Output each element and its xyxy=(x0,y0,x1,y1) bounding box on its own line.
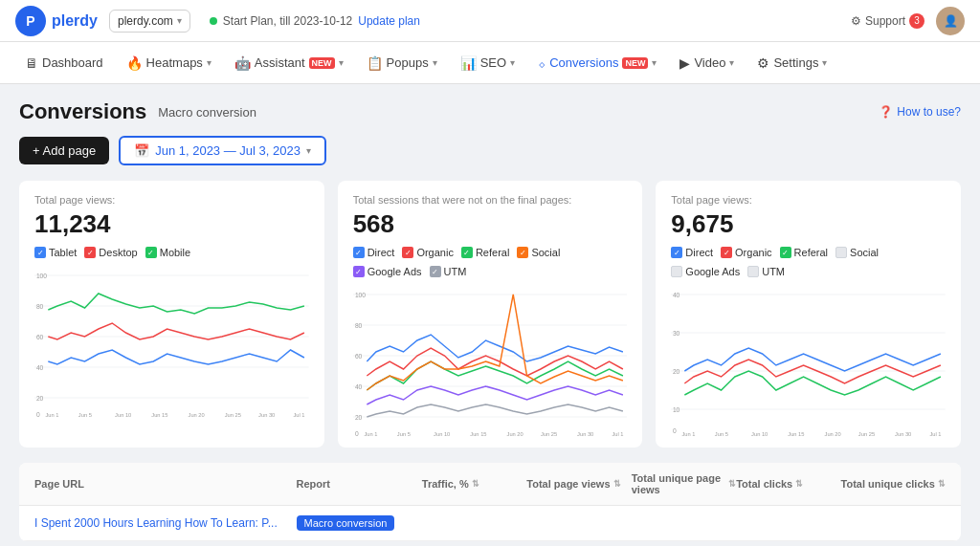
settings-icon: ⚙ xyxy=(757,55,769,71)
legend-desktop[interactable]: ✓ Desktop xyxy=(84,247,137,258)
svg-text:Jun 10: Jun 10 xyxy=(751,431,768,437)
sidebar-item-dashboard[interactable]: 🖥 Dashboard xyxy=(15,50,113,76)
svg-text:Jun 20: Jun 20 xyxy=(189,412,206,418)
col-header-total-views[interactable]: Total page views ⇅ xyxy=(526,472,631,495)
date-range-label: Jun 1, 2023 — Jul 3, 2023 xyxy=(155,143,301,158)
card-sessions: Total sessions that were not on the fina… xyxy=(338,181,643,448)
svg-text:Jul 1: Jul 1 xyxy=(930,431,942,437)
legend-social[interactable]: Social xyxy=(835,247,879,258)
how-to-use-link[interactable]: ❓ How to use? xyxy=(879,105,961,119)
heatmaps-icon: 🔥 xyxy=(126,55,143,71)
domain-selector[interactable]: plerdy.com ▾ xyxy=(109,10,190,33)
col-header-total-clicks[interactable]: Total clicks ⇅ xyxy=(736,472,840,495)
table-row: I Spent 2000 Hours Learning How To Learn… xyxy=(19,506,961,541)
col-header-url: Page URL xyxy=(34,472,297,495)
svg-text:40: 40 xyxy=(355,383,363,390)
svg-text:100: 100 xyxy=(36,273,47,279)
svg-text:Jun 15: Jun 15 xyxy=(470,431,487,437)
date-range-button[interactable]: 📅 Jun 1, 2023 — Jul 3, 2023 ▾ xyxy=(119,136,326,165)
sidebar-item-assistant[interactable]: 🤖 Assistant NEW ▾ xyxy=(225,50,353,76)
legend-utm[interactable]: UTM xyxy=(747,266,785,277)
svg-text:Jul 1: Jul 1 xyxy=(293,412,304,418)
col-header-report: Report xyxy=(297,472,422,495)
svg-text:80: 80 xyxy=(36,303,44,310)
chart-2: 100 80 60 40 20 0 xyxy=(353,285,628,438)
legend-social[interactable]: ✓ Social xyxy=(517,247,560,258)
card-total-pageviews: Total page views: 11,234 ✓ Tablet ✓ Desk… xyxy=(19,181,324,448)
plan-dot-icon xyxy=(210,17,217,25)
update-plan-link[interactable]: Update plan xyxy=(358,14,420,28)
sidebar-item-seo[interactable]: 📊 SEO ▾ xyxy=(451,50,524,76)
checkbox-icon xyxy=(671,266,682,277)
breadcrumb: Macro conversion xyxy=(158,105,256,120)
report-chip[interactable]: Macro conversion xyxy=(297,515,395,531)
svg-text:0: 0 xyxy=(355,430,359,437)
nav-label: Heatmaps xyxy=(146,55,203,70)
nav-label: SEO xyxy=(480,55,506,70)
checkbox-icon: ✓ xyxy=(461,247,473,258)
legend-google-ads[interactable]: Google Ads xyxy=(671,266,740,277)
card-value: 568 xyxy=(353,209,628,239)
popups-icon: 📋 xyxy=(367,55,383,71)
legend-referal[interactable]: ✓ Referal xyxy=(461,247,509,258)
checkbox-icon: ✓ xyxy=(353,247,365,258)
card-total-pageviews-2: Total page views: 9,675 ✓ Direct ✓ Organ… xyxy=(656,181,961,448)
question-icon: ❓ xyxy=(879,105,893,119)
legend-referal[interactable]: ✓ Referal xyxy=(780,247,828,258)
chevron-down-icon: ▾ xyxy=(652,57,657,68)
checkbox-icon: ✓ xyxy=(34,247,46,258)
legend-utm[interactable]: ✓ UTM xyxy=(430,266,467,277)
legend-direct[interactable]: ✓ Direct xyxy=(353,247,395,258)
card-value: 9,675 xyxy=(671,209,946,239)
chevron-down-icon: ▾ xyxy=(729,57,734,68)
sidebar-item-popups[interactable]: 📋 Popups ▾ xyxy=(357,50,447,76)
svg-text:Jun 5: Jun 5 xyxy=(715,431,729,437)
add-page-button[interactable]: + Add page xyxy=(19,137,109,164)
sidebar-item-heatmaps[interactable]: 🔥 Heatmaps ▾ xyxy=(117,50,221,76)
svg-text:Jun 10: Jun 10 xyxy=(115,412,132,418)
col-header-unique-clicks[interactable]: Total unique clicks ⇅ xyxy=(841,472,946,495)
svg-text:Jun 1: Jun 1 xyxy=(364,431,377,437)
topbar: P plerdy plerdy.com ▾ Start Plan, till 2… xyxy=(0,0,980,42)
svg-text:40: 40 xyxy=(673,292,680,298)
legend-direct[interactable]: ✓ Direct xyxy=(671,247,713,258)
col-header-unique-views[interactable]: Total unique page views ⇅ xyxy=(632,472,736,495)
page-title-group: Conversions Macro conversion xyxy=(19,99,256,124)
chevron-down-icon: ▾ xyxy=(177,15,182,26)
col-header-traffic[interactable]: Traffic, % ⇅ xyxy=(422,472,526,495)
logo[interactable]: P plerdy xyxy=(15,6,98,36)
page-url-link[interactable]: I Spent 2000 Hours Learning How To Learn… xyxy=(34,516,278,530)
chart-1: 100 80 60 40 20 0 Jun 1 Jun 5 Jun 10 xyxy=(34,266,309,419)
card-legend: ✓ Tablet ✓ Desktop ✓ Mobile xyxy=(34,247,309,258)
sidebar-item-conversions[interactable]: ⬦ Conversions NEW ▾ xyxy=(528,50,666,76)
legend-organic[interactable]: ✓ Organic xyxy=(721,247,772,258)
support-label: Support xyxy=(865,14,905,28)
nav-label: Popups xyxy=(387,55,429,70)
nav-label: Assistant xyxy=(255,55,305,70)
legend-mobile[interactable]: ✓ Mobile xyxy=(145,247,190,258)
legend-organic[interactable]: ✓ Organic xyxy=(402,247,454,258)
checkbox-icon: ✓ xyxy=(721,247,732,258)
svg-text:Jun 1: Jun 1 xyxy=(45,412,58,418)
svg-text:Jun 20: Jun 20 xyxy=(506,431,523,437)
sidebar-item-settings[interactable]: ⚙ Settings ▾ xyxy=(747,50,836,76)
svg-text:40: 40 xyxy=(36,364,44,371)
svg-text:10: 10 xyxy=(673,406,680,413)
legend-google-ads[interactable]: ✓ Google Ads xyxy=(353,266,422,277)
sidebar-item-video[interactable]: ▶ Video ▾ xyxy=(670,50,744,76)
support-button[interactable]: ⚙ Support 3 xyxy=(851,13,924,29)
legend-tablet[interactable]: ✓ Tablet xyxy=(34,247,77,258)
svg-text:Jun 20: Jun 20 xyxy=(825,431,842,437)
cell-url[interactable]: I Spent 2000 Hours Learning How To Learn… xyxy=(34,516,297,530)
avatar[interactable]: 👤 xyxy=(936,7,965,35)
nav-label: Video xyxy=(694,55,725,70)
svg-text:Jun 10: Jun 10 xyxy=(434,431,451,437)
svg-text:Jun 5: Jun 5 xyxy=(397,431,412,437)
nav-label: Dashboard xyxy=(42,55,103,70)
svg-text:60: 60 xyxy=(355,353,363,360)
nav-label: Settings xyxy=(773,55,818,70)
svg-text:20: 20 xyxy=(36,395,44,402)
chevron-down-icon: ▾ xyxy=(510,57,515,68)
card-legend: ✓ Direct ✓ Organic ✓ Referal Social xyxy=(671,247,946,277)
chevron-down-icon: ▾ xyxy=(306,145,311,156)
